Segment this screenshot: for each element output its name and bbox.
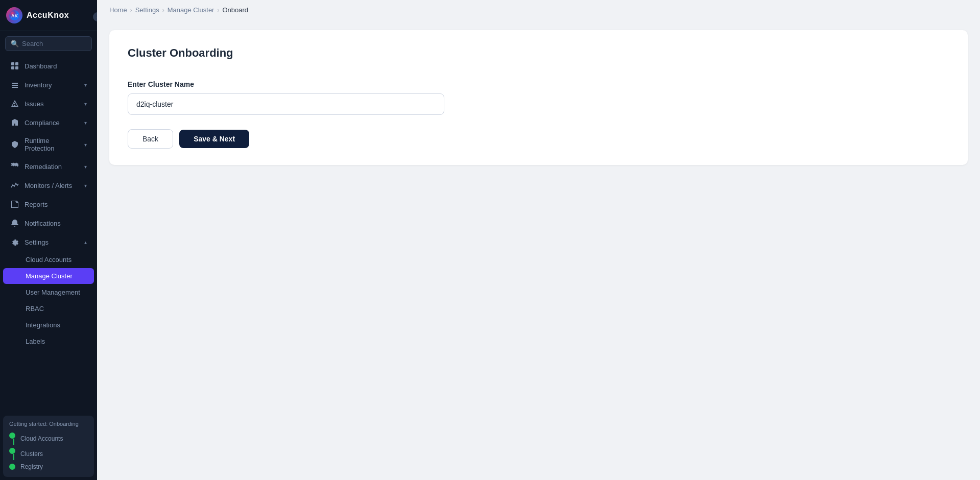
nav-section: Dashboard Inventory ▾ Issues ▾ Complianc… (0, 56, 97, 413)
notifications-icon (10, 219, 19, 228)
svg-rect-3 (15, 62, 18, 65)
onboarding-step-registry: Registry (9, 462, 88, 472)
breadcrumb-sep-3: › (217, 7, 219, 14)
remediation-icon (10, 162, 19, 171)
sidebar-item-inventory[interactable]: Inventory ▾ (3, 76, 94, 94)
cluster-name-input[interactable] (128, 93, 444, 115)
sidebar-sub-rbac[interactable]: RBAC (3, 301, 94, 317)
runtime-protection-chevron: ▾ (84, 142, 87, 148)
compliance-chevron: ▾ (84, 120, 87, 126)
sidebar-sub-manage-cluster[interactable]: Manage Cluster (3, 268, 94, 284)
user-management-label: User Management (26, 289, 80, 296)
back-button[interactable]: Back (128, 129, 173, 149)
sidebar-sub-user-management[interactable]: User Management (3, 284, 94, 300)
integrations-label: Integrations (26, 321, 60, 329)
remediation-label: Remediation (25, 163, 79, 171)
sidebar-item-issues[interactable]: Issues ▾ (3, 94, 94, 113)
breadcrumb-settings[interactable]: Settings (135, 6, 159, 14)
manage-cluster-label: Manage Cluster (26, 272, 73, 280)
onboarding-panel: Getting started: Onboarding Cloud Accoun… (3, 416, 94, 477)
notifications-label: Notifications (25, 220, 87, 227)
sidebar-item-reports[interactable]: Reports (3, 195, 94, 213)
content-area: Cluster Onboarding Enter Cluster Name Ba… (97, 20, 980, 480)
sidebar-sub-integrations[interactable]: Integrations (3, 317, 94, 333)
breadcrumb: Home › Settings › Manage Cluster › Onboa… (97, 0, 980, 20)
step-dot-cloud-accounts (9, 433, 15, 439)
sidebar-collapse-button[interactable]: ‹ (92, 11, 97, 22)
step-dot-registry (9, 464, 15, 470)
issues-chevron: ▾ (84, 101, 87, 107)
breadcrumb-manage-cluster[interactable]: Manage Cluster (168, 6, 214, 14)
svg-text:AK: AK (11, 13, 18, 18)
sidebar-item-monitors-alerts[interactable]: Monitors / Alerts ▾ (3, 176, 94, 195)
breadcrumb-sep-2: › (162, 7, 164, 14)
rbac-label: RBAC (26, 305, 44, 313)
settings-label: Settings (25, 238, 79, 246)
save-next-button[interactable]: Save & Next (179, 130, 249, 148)
reports-label: Reports (25, 201, 87, 208)
logo-text: AccuKnox (27, 11, 69, 20)
compliance-label: Compliance (25, 119, 79, 127)
onboarding-step-registry-label: Registry (20, 463, 43, 470)
search-input[interactable] (22, 40, 86, 47)
sidebar: AK AccuKnox ‹ 🔍 Dashboard Inventory ▾ (0, 0, 97, 480)
svg-rect-2 (11, 62, 14, 65)
sidebar-item-dashboard[interactable]: Dashboard (3, 57, 94, 75)
labels-label: Labels (26, 338, 45, 345)
sidebar-sub-cloud-accounts[interactable]: Cloud Accounts (3, 252, 94, 268)
breadcrumb-sep-1: › (130, 7, 132, 14)
monitors-alerts-icon (10, 181, 19, 190)
issues-label: Issues (25, 100, 79, 108)
compliance-icon (10, 118, 19, 127)
monitors-alerts-label: Monitors / Alerts (25, 182, 79, 189)
page-title: Cluster Onboarding (128, 46, 949, 60)
breadcrumb-home[interactable]: Home (109, 6, 127, 14)
cluster-name-label: Enter Cluster Name (128, 80, 949, 88)
dashboard-icon (10, 61, 19, 70)
reports-icon (10, 200, 19, 209)
inventory-label: Inventory (25, 81, 79, 89)
search-icon: 🔍 (11, 40, 19, 47)
sidebar-item-remediation[interactable]: Remediation ▾ (3, 157, 94, 176)
step-dot-clusters (9, 448, 15, 454)
issues-icon (10, 99, 19, 108)
accuknox-logo-icon: AK (6, 7, 22, 23)
dashboard-label: Dashboard (25, 62, 87, 70)
cloud-accounts-label: Cloud Accounts (26, 256, 71, 263)
onboarding-step-cloud-accounts: Cloud Accounts (9, 431, 88, 446)
cluster-onboarding-card: Cluster Onboarding Enter Cluster Name Ba… (109, 30, 968, 165)
sidebar-item-compliance[interactable]: Compliance ▾ (3, 113, 94, 132)
monitors-alerts-chevron: ▾ (84, 183, 87, 188)
runtime-protection-label: Runtime Protection (25, 137, 79, 152)
inventory-chevron: ▾ (84, 82, 87, 88)
sidebar-item-runtime-protection[interactable]: Runtime Protection ▾ (3, 132, 94, 157)
step-line-1 (13, 439, 14, 445)
svg-rect-5 (15, 66, 18, 69)
button-row: Back Save & Next (128, 129, 949, 149)
sidebar-sub-labels[interactable]: Labels (3, 333, 94, 349)
onboarding-step-cloud-accounts-label: Cloud Accounts (20, 435, 63, 442)
onboarding-step-clusters: Clusters (9, 446, 88, 462)
step-line-2 (13, 454, 14, 460)
svg-rect-4 (11, 66, 14, 69)
remediation-chevron: ▾ (84, 164, 87, 170)
settings-chevron: ▴ (84, 239, 87, 245)
settings-icon (10, 237, 19, 247)
logo-area: AK AccuKnox ‹ (0, 0, 97, 31)
runtime-protection-icon (10, 140, 19, 149)
onboarding-step-clusters-label: Clusters (20, 450, 43, 458)
breadcrumb-current: Onboard (222, 6, 248, 14)
inventory-icon (10, 80, 19, 89)
search-box[interactable]: 🔍 (5, 36, 92, 51)
onboarding-title: Getting started: Onboarding (9, 421, 88, 427)
sidebar-item-settings[interactable]: Settings ▴ (3, 233, 94, 251)
main-area: Home › Settings › Manage Cluster › Onboa… (97, 0, 980, 480)
sidebar-item-notifications[interactable]: Notifications (3, 214, 94, 232)
